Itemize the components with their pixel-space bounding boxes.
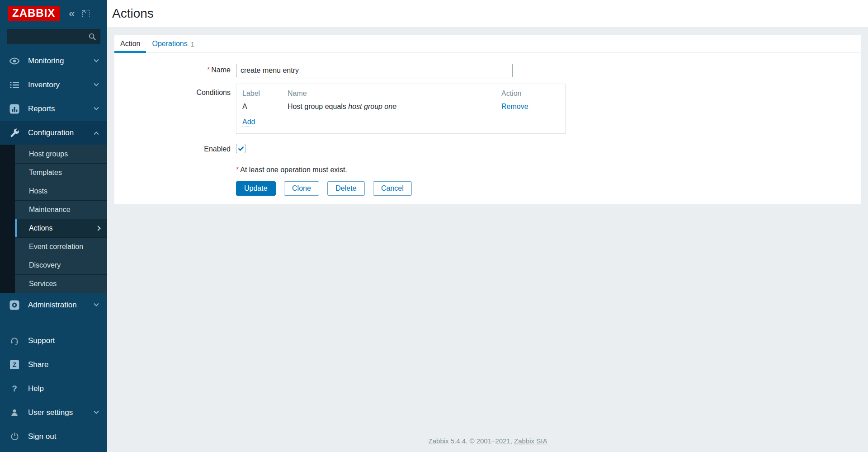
footnote-text: *At least one operation must exist. xyxy=(236,166,347,174)
sidebar-item-label: Configuration xyxy=(28,128,74,137)
submenu-label: Maintenance xyxy=(29,206,71,214)
chevron-down-icon xyxy=(94,81,99,86)
power-icon xyxy=(8,431,21,443)
submenu-item-event-correlation[interactable]: Event correlation xyxy=(15,237,107,256)
required-marker: * xyxy=(236,166,239,174)
sidebar-item-reports[interactable]: Reports xyxy=(0,97,107,121)
enabled-row: Enabled xyxy=(114,143,861,153)
zabbix-sia-link[interactable]: Zabbix SIA xyxy=(514,437,547,445)
tab-bar: Action Operations 1 xyxy=(114,35,861,53)
name-input[interactable] xyxy=(236,64,513,77)
submenu-label: Hosts xyxy=(29,187,47,195)
sidebar-item-label: Administration xyxy=(28,301,77,310)
submenu-label: Services xyxy=(29,280,57,288)
sidebar-item-label: Monitoring xyxy=(28,56,64,66)
tab-action[interactable]: Action xyxy=(114,35,146,52)
buttons-row: Update Clone Delete Cancel xyxy=(114,181,861,196)
question-icon: ? xyxy=(8,383,21,395)
zabbix-logo[interactable]: ZABBIX xyxy=(8,6,60,21)
sidebar-nav: Monitoring Inventory Reports xyxy=(0,49,107,452)
wrench-icon xyxy=(8,127,21,139)
enabled-label: Enabled xyxy=(114,143,236,153)
kiosk-mode-icon[interactable] xyxy=(82,10,90,17)
sidebar-item-inventory[interactable]: Inventory xyxy=(0,73,107,97)
chevron-down-icon xyxy=(94,105,99,110)
remove-link[interactable]: Remove xyxy=(501,103,528,111)
enabled-checkbox[interactable] xyxy=(236,144,245,153)
column-header-name: Name xyxy=(288,89,501,103)
sidebar-item-monitoring[interactable]: Monitoring xyxy=(0,49,107,73)
chevron-up-icon xyxy=(94,132,99,137)
sidebar-item-sign-out[interactable]: Sign out xyxy=(0,424,107,448)
sidebar-spacer xyxy=(0,317,107,329)
chevron-right-icon xyxy=(95,226,100,231)
page-header: Actions xyxy=(107,0,868,27)
sidebar-item-label: Inventory xyxy=(28,80,60,89)
conditions-label: Conditions xyxy=(114,84,236,134)
main-area: Actions Action Operations 1 *Name xyxy=(107,0,868,452)
sidebar: ZABBIX « Monitoring Inventory xyxy=(0,0,107,452)
condition-label-cell: A xyxy=(242,103,288,117)
submenu-item-actions[interactable]: Actions xyxy=(15,219,107,237)
chevron-down-icon xyxy=(94,301,99,306)
cancel-button[interactable]: Cancel xyxy=(373,181,412,196)
tab-operations[interactable]: Operations 1 xyxy=(146,35,200,52)
add-condition-link[interactable]: Add xyxy=(242,118,255,127)
condition-value-italic: host group one xyxy=(348,103,396,110)
sidebar-collapse-icon[interactable]: « xyxy=(69,8,75,19)
tab-label: Operations xyxy=(152,40,187,48)
update-button[interactable]: Update xyxy=(236,181,276,196)
sidebar-item-label: Reports xyxy=(28,104,55,113)
sidebar-item-help[interactable]: ? Help xyxy=(0,377,107,400)
search-icon[interactable] xyxy=(88,32,97,41)
required-marker: * xyxy=(207,66,210,74)
bar-chart-icon xyxy=(8,103,21,115)
sidebar-item-label: Help xyxy=(28,384,44,393)
sidebar-item-label: Share xyxy=(28,360,48,369)
headset-icon xyxy=(8,335,21,347)
footer-version-text: Zabbix 5.4.4. © 2001–2021, xyxy=(429,437,514,445)
name-label: *Name xyxy=(114,64,236,77)
chevron-down-icon xyxy=(94,409,99,414)
submenu-item-maintenance[interactable]: Maintenance xyxy=(15,200,107,219)
submenu-item-hosts[interactable]: Hosts xyxy=(15,182,107,200)
footnote-row: *At least one operation must exist. xyxy=(114,166,861,174)
column-header-action: Action xyxy=(501,89,559,103)
conditions-table: Label Name Action A Host group equals ho… xyxy=(242,89,559,117)
column-header-label: Label xyxy=(242,89,288,103)
conditions-box: Label Name Action A Host group equals ho… xyxy=(236,84,566,134)
sidebar-item-label: User settings xyxy=(28,408,73,417)
sidebar-item-label: Sign out xyxy=(28,432,56,441)
sidebar-item-support[interactable]: Support xyxy=(0,329,107,353)
gear-icon xyxy=(8,299,21,311)
sidebar-item-user-settings[interactable]: User settings xyxy=(0,400,107,424)
delete-button[interactable]: Delete xyxy=(327,181,364,196)
submenu-item-templates[interactable]: Templates xyxy=(15,163,107,182)
action-form: *Name Conditions Label Name xyxy=(114,53,861,196)
configuration-submenu: Host groups Templates Hosts Maintenance … xyxy=(0,145,107,293)
name-row: *Name xyxy=(114,64,861,77)
checkmark-icon xyxy=(238,146,244,151)
submenu-item-discovery[interactable]: Discovery xyxy=(15,256,107,274)
sidebar-item-administration[interactable]: Administration xyxy=(0,293,107,317)
action-edit-card: Action Operations 1 *Name xyxy=(114,35,861,204)
conditions-row: Conditions Label Name Action xyxy=(114,84,861,134)
clone-button[interactable]: Clone xyxy=(284,181,319,196)
submenu-item-services[interactable]: Services xyxy=(15,274,107,293)
share-z-icon: Z xyxy=(8,359,21,371)
search-input[interactable] xyxy=(7,29,100,44)
tab-label: Action xyxy=(120,40,140,48)
content-area: Action Operations 1 *Name xyxy=(107,27,868,452)
sidebar-item-configuration[interactable]: Configuration xyxy=(0,121,107,145)
page-footer: Zabbix 5.4.4. © 2001–2021, Zabbix SIA xyxy=(114,431,861,452)
submenu-label: Discovery xyxy=(29,261,61,269)
tab-count-badge: 1 xyxy=(191,40,194,48)
list-icon xyxy=(8,79,21,91)
condition-row: A Host group equals host group one Remov… xyxy=(242,103,559,117)
sidebar-item-label: Support xyxy=(28,336,55,345)
submenu-label: Event correlation xyxy=(29,243,83,251)
submenu-item-host-groups[interactable]: Host groups xyxy=(15,145,107,163)
sidebar-search xyxy=(7,29,100,44)
share-badge-letter: Z xyxy=(13,361,17,368)
sidebar-item-share[interactable]: Z Share xyxy=(0,353,107,377)
